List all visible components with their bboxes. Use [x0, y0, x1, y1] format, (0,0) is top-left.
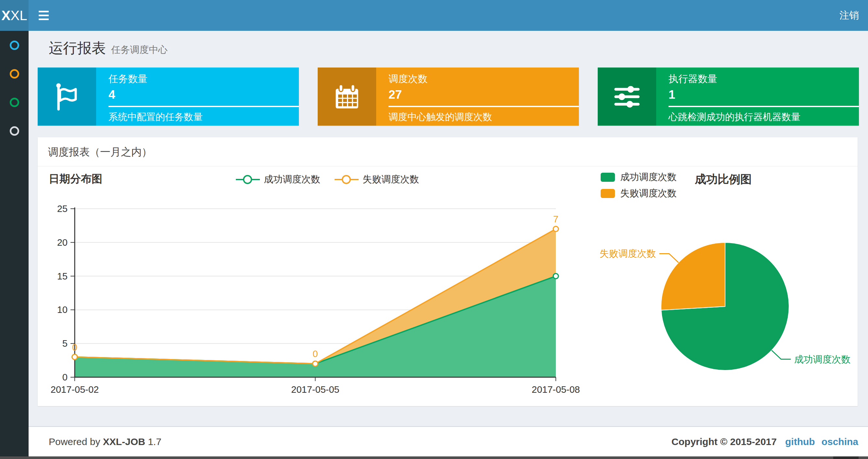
panel-title: 调度报表（一月之内）	[38, 137, 858, 166]
stat-box-row: 任务数量 4 系统中配置的任务数量	[38, 67, 859, 126]
stat-box-label: 执行器数量	[669, 72, 859, 86]
success-ratio-chart: 成功调度次数 失败调度次数 成功比例图 成功调度次数失败调度次数	[582, 166, 858, 405]
svg-text:0: 0	[312, 349, 318, 359]
content-header: 运行报表任务调度中心	[29, 31, 868, 58]
powered-by-text: Powered by XXL-JOB 1.7	[49, 436, 161, 447]
panel-body: 日期分布图 成功调度次数 失败调度次数	[38, 166, 858, 405]
svg-text:失败调度次数: 失败调度次数	[600, 248, 656, 259]
circle-o-icon	[10, 40, 19, 50]
stat-box-label: 任务数量	[108, 72, 299, 86]
page-footer: Powered by XXL-JOB 1.7 Copyright © 2015-…	[29, 426, 868, 456]
stat-box-value: 27	[389, 88, 579, 102]
circle-o-icon	[10, 69, 19, 78]
app-logo[interactable]: XXL	[0, 0, 29, 31]
stat-box-label: 调度次数	[389, 72, 579, 86]
svg-text:2017-05-05: 2017-05-05	[291, 384, 339, 395]
window-bottom-edge-segment	[833, 456, 859, 459]
svg-text:15: 15	[57, 271, 68, 282]
sidebar-nav	[0, 31, 29, 456]
stat-box-jobs: 任务数量 4 系统中配置的任务数量	[38, 67, 299, 126]
svg-text:25: 25	[57, 203, 68, 214]
svg-text:0: 0	[62, 372, 68, 383]
line-chart-plot: 05101520252017-05-022017-05-052017-05-08…	[38, 166, 582, 405]
stat-box-triggers: 调度次数 27 调度中心触发的调度次数	[318, 67, 579, 126]
divider	[669, 106, 859, 107]
stat-box-executors: 执行器数量 1 心跳检测成功的执行器机器数量	[598, 67, 859, 126]
svg-text:5: 5	[62, 338, 68, 349]
flag-icon	[38, 67, 96, 126]
calendar-icon	[318, 67, 376, 126]
oschina-link[interactable]: oschina	[822, 436, 858, 447]
stat-box-description: 心跳检测成功的执行器机器数量	[669, 111, 859, 124]
copyright-text: Copyright © 2015-2017	[672, 436, 777, 447]
sidebar-item-3[interactable]	[0, 88, 29, 117]
svg-text:2017-05-02: 2017-05-02	[51, 384, 99, 395]
logo-rest-text: XL	[10, 8, 27, 23]
sidebar-item-2[interactable]	[0, 59, 29, 88]
logo-bold-text: X	[1, 8, 10, 23]
sidebar-item-1[interactable]	[0, 31, 29, 59]
divider	[108, 106, 299, 107]
stat-box-content: 执行器数量 1 心跳检测成功的执行器机器数量	[656, 67, 859, 126]
stat-box-value: 4	[108, 88, 299, 102]
page-title: 运行报表	[49, 40, 106, 56]
stat-box-description: 系统中配置的任务数量	[108, 111, 299, 124]
svg-text:成功调度次数: 成功调度次数	[794, 354, 850, 364]
sliders-icon	[598, 67, 656, 126]
stat-box-value: 1	[669, 88, 859, 102]
svg-text:2017-05-08: 2017-05-08	[532, 384, 580, 395]
circle-o-icon	[10, 126, 19, 136]
window-bottom-edge	[0, 456, 868, 459]
main-content: 运行报表任务调度中心 任务数量 4 系统中配置的任务数量	[29, 31, 868, 426]
divider	[389, 106, 579, 107]
stat-box-content: 调度次数 27 调度中心触发的调度次数	[376, 67, 579, 126]
svg-text:7: 7	[553, 214, 558, 224]
top-navbar: XXL 注销	[0, 0, 868, 31]
svg-text:0: 0	[72, 342, 77, 353]
report-panel: 调度报表（一月之内） 日期分布图 成功调度次数	[38, 137, 858, 406]
svg-text:20: 20	[57, 237, 68, 248]
pie-chart-plot: 成功调度次数失败调度次数	[582, 166, 858, 405]
sidebar-item-4[interactable]	[0, 117, 29, 145]
stat-box-content: 任务数量 4 系统中配置的任务数量	[96, 67, 299, 126]
page-subtitle: 任务调度中心	[111, 44, 167, 55]
stat-box-description: 调度中心触发的调度次数	[389, 111, 579, 124]
github-link[interactable]: github	[785, 436, 815, 447]
date-distribution-chart: 日期分布图 成功调度次数 失败调度次数	[38, 166, 582, 405]
sidebar-toggle-button[interactable]	[29, 0, 59, 31]
svg-text:10: 10	[57, 304, 68, 315]
logout-link[interactable]: 注销	[830, 0, 868, 31]
hamburger-icon	[39, 11, 49, 12]
circle-o-icon	[10, 98, 19, 107]
